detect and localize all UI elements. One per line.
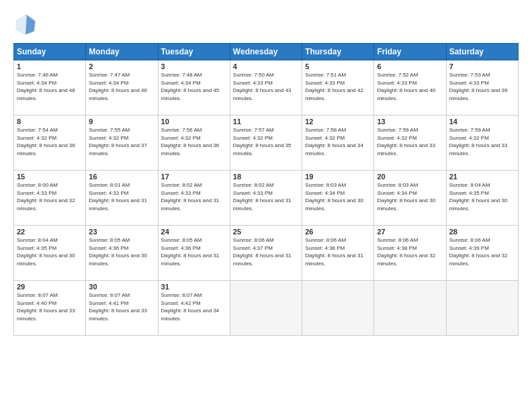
day-info: Sunrise: 7:56 AMSunset: 4:32 PMDaylight:…: [161, 127, 220, 156]
day-info: Sunrise: 8:02 AMSunset: 4:33 PMDaylight:…: [233, 182, 292, 212]
day-number: 10: [161, 118, 227, 126]
logo-icon: [13, 12, 38, 36]
day-number: 18: [233, 173, 299, 181]
calendar-week-4: 22Sunrise: 8:04 AMSunset: 4:35 PMDayligh…: [14, 226, 519, 281]
calendar-header-friday: Friday: [374, 44, 446, 60]
calendar-cell: [446, 281, 518, 336]
day-info: Sunrise: 8:06 AMSunset: 4:38 PMDaylight:…: [305, 237, 363, 267]
day-number: 14: [449, 118, 515, 126]
calendar-cell: 7Sunrise: 7:53 AMSunset: 4:33 PMDaylight…: [446, 60, 518, 116]
day-info: Sunrise: 8:07 AMSunset: 4:40 PMDaylight:…: [17, 292, 75, 322]
logo: [13, 12, 40, 36]
day-info: Sunrise: 7:52 AMSunset: 4:33 PMDaylight:…: [377, 72, 435, 101]
day-info: Sunrise: 8:07 AMSunset: 4:42 PMDaylight:…: [161, 292, 220, 322]
calendar-cell: 5Sunrise: 7:51 AMSunset: 4:33 PMDaylight…: [302, 60, 374, 116]
day-number: 4: [233, 62, 299, 71]
day-info: Sunrise: 7:47 AMSunset: 4:34 PMDaylight:…: [89, 72, 147, 101]
day-info: Sunrise: 8:07 AMSunset: 4:41 PMDaylight:…: [89, 292, 147, 322]
day-info: Sunrise: 8:04 AMSunset: 4:35 PMDaylight:…: [17, 237, 75, 267]
day-number: 2: [89, 62, 154, 71]
calendar-cell: 3Sunrise: 7:48 AMSunset: 4:34 PMDaylight…: [158, 60, 230, 116]
day-number: 5: [305, 62, 371, 71]
calendar-week-5: 29Sunrise: 8:07 AMSunset: 4:40 PMDayligh…: [14, 281, 519, 336]
day-info: Sunrise: 8:06 AMSunset: 4:38 PMDaylight:…: [377, 237, 435, 267]
day-info: Sunrise: 8:03 AMSunset: 4:34 PMDaylight:…: [377, 182, 435, 212]
day-info: Sunrise: 7:46 AMSunset: 4:34 PMDaylight:…: [17, 72, 75, 101]
day-number: 31: [161, 283, 227, 291]
calendar-cell: 12Sunrise: 7:58 AMSunset: 4:32 PMDayligh…: [302, 116, 374, 171]
calendar-cell: 11Sunrise: 7:57 AMSunset: 4:32 PMDayligh…: [230, 116, 302, 171]
calendar-cell: 18Sunrise: 8:02 AMSunset: 4:33 PMDayligh…: [230, 171, 302, 226]
calendar-week-3: 15Sunrise: 8:00 AMSunset: 4:33 PMDayligh…: [14, 171, 519, 226]
day-info: Sunrise: 7:57 AMSunset: 4:32 PMDaylight:…: [233, 127, 292, 156]
day-number: 7: [449, 62, 515, 71]
calendar-cell: 16Sunrise: 8:01 AMSunset: 4:33 PMDayligh…: [86, 171, 158, 226]
page: SundayMondayTuesdayWednesdayThursdayFrid…: [0, 0, 532, 411]
day-number: 19: [305, 173, 371, 181]
day-number: 11: [233, 118, 299, 126]
calendar-cell: 8Sunrise: 7:54 AMSunset: 4:32 PMDaylight…: [14, 116, 86, 171]
day-number: 25: [233, 228, 299, 236]
day-info: Sunrise: 7:48 AMSunset: 4:34 PMDaylight:…: [161, 72, 220, 101]
calendar-cell: 25Sunrise: 8:06 AMSunset: 4:37 PMDayligh…: [230, 226, 302, 281]
calendar-cell: 6Sunrise: 7:52 AMSunset: 4:33 PMDaylight…: [374, 60, 446, 116]
calendar-cell: 23Sunrise: 8:05 AMSunset: 4:36 PMDayligh…: [86, 226, 158, 281]
day-number: 16: [89, 173, 154, 181]
day-number: 21: [449, 173, 515, 181]
day-info: Sunrise: 8:00 AMSunset: 4:33 PMDaylight:…: [17, 182, 75, 212]
day-number: 20: [377, 173, 443, 181]
day-info: Sunrise: 8:03 AMSunset: 4:34 PMDaylight:…: [305, 182, 363, 212]
calendar-cell: [302, 281, 374, 336]
day-info: Sunrise: 8:06 AMSunset: 4:37 PMDaylight:…: [233, 237, 292, 267]
calendar-cell: 26Sunrise: 8:06 AMSunset: 4:38 PMDayligh…: [302, 226, 374, 281]
calendar-header-monday: Monday: [86, 44, 158, 60]
calendar-cell: 4Sunrise: 7:50 AMSunset: 4:33 PMDaylight…: [230, 60, 302, 116]
calendar-cell: [374, 281, 446, 336]
day-number: 3: [161, 62, 227, 71]
day-number: 29: [17, 283, 83, 291]
day-number: 24: [161, 228, 227, 236]
day-number: 6: [377, 62, 443, 71]
day-info: Sunrise: 7:59 AMSunset: 4:32 PMDaylight:…: [377, 127, 435, 156]
calendar-cell: 19Sunrise: 8:03 AMSunset: 4:34 PMDayligh…: [302, 171, 374, 226]
calendar-cell: 31Sunrise: 8:07 AMSunset: 4:42 PMDayligh…: [158, 281, 230, 336]
calendar-cell: 10Sunrise: 7:56 AMSunset: 4:32 PMDayligh…: [158, 116, 230, 171]
calendar-week-1: 1Sunrise: 7:46 AMSunset: 4:34 PMDaylight…: [14, 60, 519, 116]
day-number: 28: [449, 228, 515, 236]
calendar-cell: 27Sunrise: 8:06 AMSunset: 4:38 PMDayligh…: [374, 226, 446, 281]
calendar-cell: 30Sunrise: 8:07 AMSunset: 4:41 PMDayligh…: [86, 281, 158, 336]
day-number: 17: [161, 173, 227, 181]
calendar-cell: 2Sunrise: 7:47 AMSunset: 4:34 PMDaylight…: [86, 60, 158, 116]
calendar-cell: 14Sunrise: 7:59 AMSunset: 4:32 PMDayligh…: [446, 116, 518, 171]
calendar-header-tuesday: Tuesday: [158, 44, 230, 60]
calendar-cell: 17Sunrise: 8:02 AMSunset: 4:33 PMDayligh…: [158, 171, 230, 226]
calendar-header-saturday: Saturday: [446, 44, 518, 60]
day-info: Sunrise: 8:02 AMSunset: 4:33 PMDaylight:…: [161, 182, 220, 212]
calendar-header-row: SundayMondayTuesdayWednesdayThursdayFrid…: [14, 44, 519, 60]
day-info: Sunrise: 8:05 AMSunset: 4:36 PMDaylight:…: [161, 237, 220, 267]
calendar-table: SundayMondayTuesdayWednesdayThursdayFrid…: [13, 43, 519, 336]
header: [13, 12, 519, 36]
day-info: Sunrise: 7:59 AMSunset: 4:32 PMDaylight:…: [449, 127, 508, 156]
calendar-week-2: 8Sunrise: 7:54 AMSunset: 4:32 PMDaylight…: [14, 116, 519, 171]
day-number: 26: [305, 228, 371, 236]
day-info: Sunrise: 8:01 AMSunset: 4:33 PMDaylight:…: [89, 182, 147, 212]
day-info: Sunrise: 7:51 AMSunset: 4:33 PMDaylight:…: [305, 72, 363, 101]
day-number: 1: [17, 62, 83, 71]
day-number: 15: [17, 173, 83, 181]
day-number: 12: [305, 118, 371, 126]
calendar-cell: 21Sunrise: 8:04 AMSunset: 4:35 PMDayligh…: [446, 171, 518, 226]
calendar-cell: 20Sunrise: 8:03 AMSunset: 4:34 PMDayligh…: [374, 171, 446, 226]
calendar-cell: 29Sunrise: 8:07 AMSunset: 4:40 PMDayligh…: [14, 281, 86, 336]
day-info: Sunrise: 8:05 AMSunset: 4:36 PMDaylight:…: [89, 237, 147, 267]
svg-marker-1: [26, 15, 35, 34]
day-info: Sunrise: 7:53 AMSunset: 4:33 PMDaylight:…: [449, 72, 508, 101]
day-number: 9: [89, 118, 154, 126]
day-info: Sunrise: 7:55 AMSunset: 4:32 PMDaylight:…: [89, 127, 147, 156]
calendar-cell: 9Sunrise: 7:55 AMSunset: 4:32 PMDaylight…: [86, 116, 158, 171]
day-number: 23: [89, 228, 154, 236]
calendar-cell: 13Sunrise: 7:59 AMSunset: 4:32 PMDayligh…: [374, 116, 446, 171]
day-number: 22: [17, 228, 83, 236]
calendar-header-sunday: Sunday: [14, 44, 86, 60]
day-info: Sunrise: 7:54 AMSunset: 4:32 PMDaylight:…: [17, 127, 75, 156]
